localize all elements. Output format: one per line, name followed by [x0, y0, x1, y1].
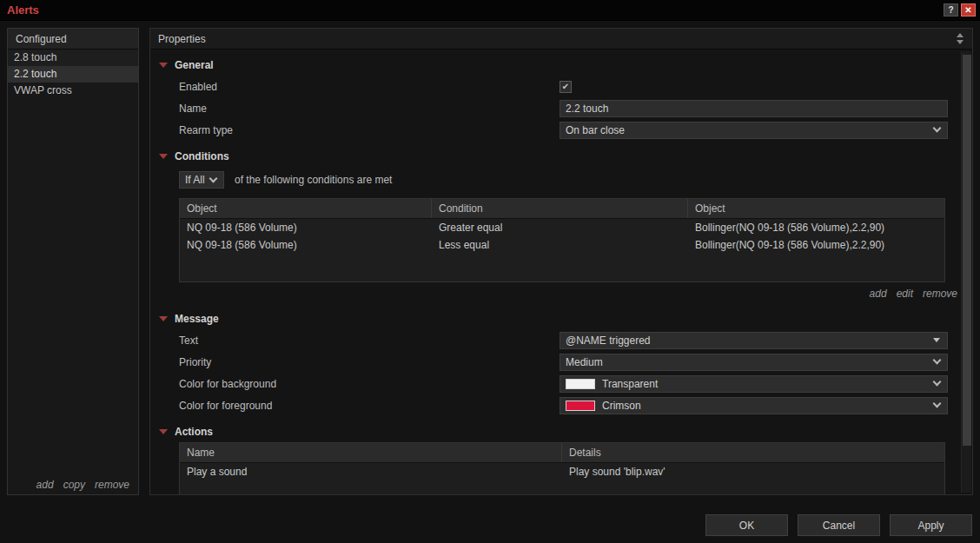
collapse-arrow-icon	[159, 429, 168, 434]
conditions-table-body: NQ 09-18 (586 Volume) Greater equal Boll…	[180, 219, 944, 281]
priority-field: Medium	[560, 354, 948, 371]
condition-object2-cell: Bollinger(NQ 09-18 (586 Volume),2.2,90)	[688, 219, 944, 236]
background-color-value: Transparent	[602, 378, 934, 390]
rearm-row: Rearm type On bar close	[150, 119, 960, 141]
message-text-label: Text	[179, 334, 560, 347]
properties-header: Properties	[150, 29, 972, 50]
properties-panel: Properties General Enabled ✔ Name	[149, 28, 973, 495]
collapse-arrow-icon	[159, 63, 168, 68]
conditions-table-header: Object Condition Object	[180, 199, 944, 219]
vertical-scrollbar[interactable]	[961, 51, 971, 493]
section-conditions-title: Conditions	[175, 150, 229, 162]
scroll-spinner	[957, 33, 964, 44]
apply-button[interactable]: Apply	[890, 514, 972, 536]
properties-body: General Enabled ✔ Name Rearm type	[150, 50, 972, 494]
window-title: Alerts	[7, 3, 39, 17]
scrollbar-thumb[interactable]	[963, 55, 971, 446]
remove-alert-link[interactable]: remove	[95, 479, 129, 491]
section-actions[interactable]: Actions	[150, 421, 960, 442]
section-conditions[interactable]: Conditions	[150, 146, 960, 167]
background-color-label: Color for background	[179, 378, 560, 390]
remove-condition-link[interactable]: remove	[923, 288, 957, 300]
match-mode-value: If All	[185, 174, 210, 186]
configured-panel: Configured 2.8 touch 2.2 touch VWAP cros…	[7, 28, 139, 495]
close-button[interactable]: ✕	[961, 3, 976, 17]
foreground-color-value: Crimson	[602, 400, 934, 412]
color-swatch-transparent	[566, 379, 595, 389]
message-text-combo[interactable]: @NAME triggered	[560, 332, 948, 349]
foreground-color-select[interactable]: Crimson	[560, 397, 948, 414]
color-swatch-crimson	[566, 401, 595, 411]
copy-alert-link[interactable]: copy	[63, 479, 85, 491]
priority-select[interactable]: Medium	[560, 354, 948, 371]
chevron-down-icon	[933, 400, 942, 408]
section-message[interactable]: Message	[150, 308, 960, 329]
conditions-table: Object Condition Object NQ 09-18 (586 Vo…	[179, 198, 945, 282]
section-general[interactable]: General	[150, 55, 960, 76]
actions-table-header: Name Details	[180, 443, 944, 463]
condition-row[interactable]: NQ 09-18 (586 Volume) Greater equal Boll…	[180, 219, 944, 236]
condition-object2-cell: Bollinger(NQ 09-18 (586 Volume),2.2,90)	[688, 236, 944, 254]
foreground-color-row: Color for foreground Crimson	[150, 394, 960, 416]
column-header-object2[interactable]: Object	[688, 199, 944, 218]
configured-header: Configured	[8, 29, 138, 50]
chevron-down-icon	[209, 174, 218, 182]
alert-list-item-selected[interactable]: 2.2 touch	[8, 66, 138, 83]
ok-button[interactable]: OK	[705, 514, 788, 536]
properties-title: Properties	[158, 30, 206, 49]
actions-table-body: Play a sound Play sound 'blip.wav'	[180, 463, 944, 494]
condition-object-cell: NQ 09-18 (586 Volume)	[180, 236, 432, 254]
column-header-name[interactable]: Name	[180, 443, 562, 462]
name-input[interactable]	[560, 100, 948, 117]
chevron-down-icon	[933, 124, 942, 133]
enabled-row: Enabled ✔	[150, 76, 960, 97]
section-actions-title: Actions	[175, 426, 213, 438]
properties-content: General Enabled ✔ Name Rearm type	[150, 55, 972, 494]
help-button[interactable]: ?	[944, 3, 958, 17]
condition-row[interactable]: NQ 09-18 (586 Volume) Less equal Bolling…	[180, 236, 944, 254]
background-color-select[interactable]: Transparent	[560, 375, 948, 393]
message-text-field: @NAME triggered	[560, 332, 948, 349]
sidebar-link-row: add copy remove	[8, 475, 138, 494]
actions-table: Name Details Play a sound Play sound 'bl…	[179, 442, 945, 494]
section-general-title: General	[175, 59, 214, 71]
chevron-down-icon	[933, 356, 942, 365]
enabled-checkbox[interactable]: ✔	[560, 81, 572, 93]
scroll-down-icon[interactable]	[957, 40, 963, 44]
collapse-arrow-icon	[159, 316, 168, 321]
foreground-color-field: Crimson	[560, 397, 948, 414]
condition-object-cell: NQ 09-18 (586 Volume)	[180, 219, 432, 236]
match-suffix-label: of the following conditions are met	[235, 174, 392, 186]
name-row: Name	[150, 97, 960, 119]
scroll-up-icon[interactable]	[957, 33, 963, 37]
chevron-down-icon	[933, 378, 942, 387]
enabled-field: ✔	[560, 81, 948, 93]
conditions-link-row: add edit remove	[179, 284, 957, 303]
message-text-value: @NAME triggered	[566, 334, 933, 347]
rearm-type-select[interactable]: On bar close	[560, 122, 948, 139]
dropdown-arrow-icon	[933, 338, 940, 342]
name-field	[560, 100, 948, 117]
alert-list-item[interactable]: VWAP cross	[8, 83, 138, 99]
priority-label: Priority	[179, 356, 560, 368]
condition-operator-cell: Greater equal	[432, 219, 688, 236]
name-label: Name	[179, 103, 560, 115]
condition-operator-cell: Less equal	[432, 236, 688, 254]
edit-condition-link[interactable]: edit	[897, 288, 913, 300]
match-mode-select[interactable]: If All	[179, 171, 224, 189]
add-condition-link[interactable]: add	[870, 288, 887, 300]
footer: OK Cancel Apply	[705, 514, 972, 536]
action-row[interactable]: Play a sound Play sound 'blip.wav'	[180, 463, 944, 480]
conditions-match-row: If All of the following conditions are m…	[150, 169, 960, 191]
add-alert-link[interactable]: add	[36, 479, 54, 491]
message-text-row: Text @NAME triggered	[150, 329, 960, 351]
background-color-row: Color for background Transparent	[150, 373, 960, 394]
rearm-type-value: On bar close	[566, 124, 934, 136]
alert-list-item[interactable]: 2.8 touch	[8, 50, 138, 66]
action-details-cell: Play sound 'blip.wav'	[562, 463, 944, 480]
cancel-button[interactable]: Cancel	[798, 514, 880, 536]
column-header-condition[interactable]: Condition	[432, 199, 688, 218]
priority-row: Priority Medium	[150, 351, 960, 373]
column-header-object[interactable]: Object	[180, 199, 432, 218]
column-header-details[interactable]: Details	[562, 443, 944, 462]
